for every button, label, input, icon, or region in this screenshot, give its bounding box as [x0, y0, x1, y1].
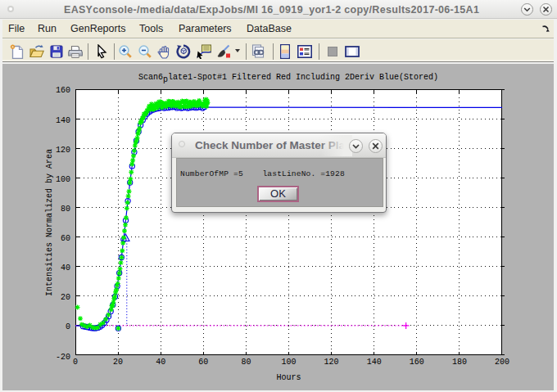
- svg-text:160: 160: [56, 86, 70, 95]
- svg-text:20: 20: [61, 293, 70, 302]
- svg-text:40: 40: [156, 358, 165, 367]
- svg-text:100: 100: [281, 358, 296, 367]
- svg-text:Scan6plate1-Spot#1 Filtered Re: Scan6plate1-Spot#1 Filtered Red Includin…: [138, 73, 438, 84]
- svg-text:0: 0: [66, 322, 70, 331]
- svg-text:Hours: Hours: [276, 373, 301, 382]
- svg-text:40: 40: [61, 264, 70, 273]
- svg-text:-20: -20: [56, 353, 70, 362]
- svg-text:20: 20: [113, 358, 123, 367]
- svg-text:80: 80: [61, 205, 70, 214]
- svg-text:80: 80: [241, 358, 251, 367]
- svg-text:120: 120: [324, 358, 339, 367]
- svg-text:60: 60: [61, 234, 70, 243]
- svg-text:140: 140: [56, 116, 70, 125]
- svg-text:0: 0: [73, 358, 78, 367]
- svg-text:100: 100: [56, 175, 70, 184]
- svg-text:Intensities Normalized by Area: Intensities Normalized by Area: [45, 149, 54, 296]
- svg-text:120: 120: [56, 146, 70, 155]
- svg-text:60: 60: [198, 358, 208, 367]
- svg-text:160: 160: [410, 358, 424, 367]
- svg-text:140: 140: [367, 358, 382, 367]
- svg-text:180: 180: [452, 358, 467, 367]
- svg-text:200: 200: [495, 358, 509, 367]
